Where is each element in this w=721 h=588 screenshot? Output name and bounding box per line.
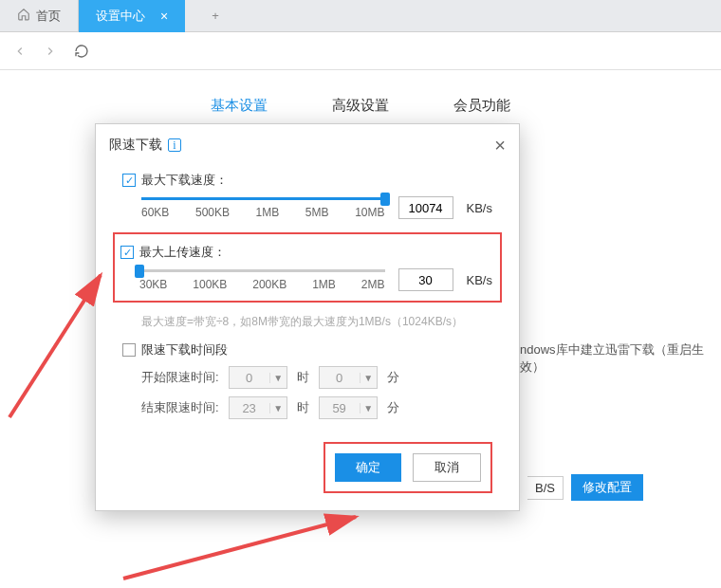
plus-icon: + [202, 9, 229, 23]
download-value-input[interactable] [398, 196, 453, 219]
download-slider[interactable]: 60KB 500KB 1MB 5MB 10MB [141, 197, 385, 219]
svg-line-0 [9, 275, 101, 417]
info-icon[interactable]: i [168, 138, 181, 152]
upload-unit: KB/s [467, 273, 492, 287]
close-icon[interactable]: × [494, 136, 506, 155]
start-time-row: 开始限速时间: 0▼ 时 0▼ 分 [141, 366, 492, 389]
svg-line-1 [123, 517, 356, 579]
dialog-footer: 确定 取消 [96, 440, 519, 510]
upload-slider[interactable]: 30KB 100KB 200KB 1MB 2MB [139, 269, 385, 291]
schedule-checkbox[interactable] [122, 343, 136, 357]
download-label: 最大下载速度： [141, 172, 228, 189]
end-hour-select[interactable]: 23▼ [229, 396, 287, 419]
button-highlight-box: 确定 取消 [324, 442, 492, 493]
upload-value-input[interactable] [398, 268, 453, 291]
download-checkbox[interactable] [122, 174, 136, 187]
tab-home-label: 首页 [36, 8, 61, 25]
tab-advanced[interactable]: 高级设置 [328, 89, 393, 127]
home-icon [17, 8, 30, 24]
bg-unit: B/S [527, 476, 564, 500]
refresh-button[interactable] [74, 44, 89, 59]
new-tab-button[interactable]: + [185, 0, 246, 32]
tab-settings-label: 设置中心 [96, 8, 145, 25]
bg-speed-config: B/S 修改配置 [527, 474, 643, 501]
chevron-down-icon: ▼ [360, 403, 377, 413]
tab-home[interactable]: 首页 [0, 0, 79, 32]
end-min-select[interactable]: 59▼ [319, 396, 378, 419]
chevron-down-icon: ▼ [360, 373, 377, 383]
speed-hint: 最大速度=带宽÷8，如8M带宽的最大速度为1MB/s（1024KB/s） [141, 314, 492, 330]
speed-limit-dialog: 限速下载 i × 最大下载速度： 60KB 500KB 1MB [95, 123, 520, 511]
upload-checkbox[interactable] [120, 246, 134, 259]
browser-tabbar: 首页 设置中心 × + [0, 0, 721, 32]
upload-label: 最大上传速度： [139, 244, 226, 261]
start-hour-select[interactable]: 0▼ [229, 366, 287, 389]
browser-navbar [0, 32, 721, 70]
tab-settings[interactable]: 设置中心 × [79, 0, 185, 32]
settings-tabs: 基本设置 高级设置 会员功能 [0, 89, 721, 127]
download-unit: KB/s [467, 201, 492, 215]
download-speed-block: 最大下载速度： 60KB 500KB 1MB 5MB 10MB KB/s [122, 172, 492, 219]
chevron-down-icon: ▼ [269, 403, 287, 413]
back-button[interactable] [13, 45, 27, 58]
start-time-label: 开始限速时间: [141, 369, 219, 386]
bg-library-text: ndows库中建立迅雷下载（重启生效） [520, 341, 721, 376]
tab-close-icon[interactable]: × [160, 9, 168, 24]
modify-config-button[interactable]: 修改配置 [571, 474, 643, 501]
forward-button[interactable] [44, 45, 57, 58]
tab-vip[interactable]: 会员功能 [450, 89, 514, 127]
end-time-label: 结束限速时间: [141, 399, 219, 416]
start-min-select[interactable]: 0▼ [319, 366, 378, 389]
dialog-title: 限速下载 [109, 137, 162, 154]
schedule-label: 限速下载时间段 [141, 341, 228, 358]
chevron-down-icon: ▼ [269, 373, 287, 383]
ok-button[interactable]: 确定 [335, 453, 401, 482]
upload-highlight-box: 最大上传速度： 30KB 100KB 200KB 1MB 2MB KB/ [113, 232, 502, 303]
end-time-row: 结束限速时间: 23▼ 时 59▼ 分 [141, 396, 492, 419]
dialog-header: 限速下载 i × [96, 124, 519, 162]
tab-basic[interactable]: 基本设置 [207, 89, 271, 127]
cancel-button[interactable]: 取消 [413, 453, 481, 482]
